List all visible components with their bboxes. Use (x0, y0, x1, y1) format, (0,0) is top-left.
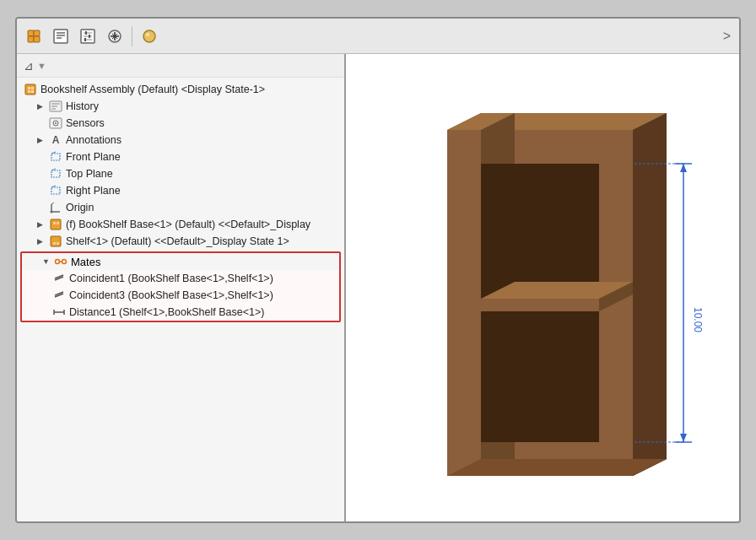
main-window: > ⊿ ▼ (15, 17, 741, 523)
right-plane-icon (49, 184, 62, 197)
svg-rect-75 (481, 299, 599, 311)
tree-item-right-plane[interactable]: Right Plane (17, 182, 344, 199)
annotations-label: Annotations (66, 134, 122, 146)
tree-root[interactable]: Bookshelf Assembly (Default) <Display St… (17, 81, 344, 98)
mates-item-coincident1[interactable]: Coincident1 (BookShelf Base<1>,Shelf<1>) (22, 270, 339, 287)
filter-icon: ⊿ (24, 59, 34, 73)
svg-point-20 (143, 30, 155, 42)
left-panel: ⊿ ▼ Bookshelf Assem (17, 54, 346, 521)
annotations-icon: A (49, 133, 62, 147)
filter-bar: ⊿ ▼ (17, 54, 344, 78)
svg-rect-50 (57, 242, 59, 245)
svg-rect-39 (51, 187, 60, 194)
coincident1-icon (52, 272, 66, 285)
sensors-icon (49, 116, 62, 130)
mates-icon (54, 255, 68, 268)
distance1-label: Distance1 (Shelf<1>,BookShelf Base<1>) (69, 306, 264, 318)
toolbar-separator (132, 26, 132, 46)
svg-rect-68 (447, 130, 481, 476)
root-icon (24, 83, 37, 96)
right-plane-label: Right Plane (66, 185, 121, 197)
svg-rect-2 (28, 36, 34, 42)
svg-rect-48 (51, 236, 61, 246)
explode-icon[interactable] (103, 24, 127, 48)
shelf-icon (49, 235, 62, 248)
svg-marker-84 (680, 434, 687, 442)
svg-marker-78 (633, 113, 667, 476)
svg-rect-49 (53, 242, 56, 245)
history-icon (49, 100, 62, 113)
tree-item-top-plane[interactable]: Top Plane (17, 165, 344, 182)
expand-arrow-bookshelf-base: ▶ (37, 220, 46, 229)
svg-rect-4 (54, 30, 68, 43)
canvas-area: 10.00 (346, 54, 739, 521)
svg-rect-23 (28, 87, 30, 89)
svg-text:10.00: 10.00 (692, 307, 704, 332)
tree-item-bookshelf-base[interactable]: ▶ (f) BookShelf Base<1> (Default) <<Defa… (17, 216, 344, 233)
svg-rect-47 (57, 222, 59, 224)
tree-item-annotations[interactable]: ▶ A Annotations (17, 132, 344, 148)
toolbar-more[interactable]: > (720, 25, 734, 47)
top-plane-icon (49, 167, 62, 181)
bookshelf-base-label: (f) BookShelf Base<1> (Default) <<Defaul… (66, 219, 310, 230)
tree-item-sensors[interactable]: Sensors (17, 115, 344, 132)
origin-label: Origin (66, 202, 94, 213)
svg-rect-26 (31, 90, 34, 93)
filter-dropdown[interactable]: ▼ (37, 61, 46, 71)
coincident3-icon (52, 289, 66, 302)
properties-icon[interactable] (49, 24, 73, 48)
tree-item-front-plane[interactable]: Front Plane (17, 148, 344, 165)
mates-header[interactable]: ▼ Mates (22, 253, 339, 270)
tree-item-origin[interactable]: Origin (17, 199, 344, 216)
history-label: History (66, 100, 99, 112)
svg-point-33 (55, 122, 57, 124)
sensors-label: Sensors (66, 117, 105, 129)
toolbar: > (17, 19, 739, 54)
svg-rect-25 (28, 90, 30, 93)
bookshelf-3d: 10.00 (397, 71, 717, 521)
svg-point-21 (146, 33, 149, 36)
mates-item-coincident3[interactable]: Coincident3 (BookShelf Base<1>,Shelf<1>) (22, 287, 339, 304)
expand-arrow-mates: ▼ (42, 257, 51, 266)
svg-point-44 (51, 211, 53, 213)
origin-icon (49, 201, 62, 214)
front-plane-label: Front Plane (66, 151, 121, 163)
content-area: ⊿ ▼ Bookshelf Assem (17, 54, 739, 521)
svg-rect-37 (51, 170, 60, 177)
mates-item-distance1[interactable]: Distance1 (Shelf<1>,BookShelf Base<1>) (22, 304, 339, 321)
svg-point-51 (56, 260, 60, 264)
tree-item-shelf[interactable]: ▶ Shelf<1> (Default) <<Default>_Display … (17, 233, 344, 250)
right-panel: 10.00 (346, 54, 739, 521)
svg-rect-1 (34, 30, 40, 36)
svg-rect-24 (31, 87, 34, 89)
root-label: Bookshelf Assembly (Default) <Display St… (40, 84, 265, 95)
svg-point-52 (62, 260, 67, 264)
tree-container[interactable]: Bookshelf Assembly (Default) <Display St… (17, 78, 344, 521)
expand-arrow-history: ▶ (37, 102, 46, 111)
mates-label: Mates (71, 256, 100, 268)
svg-rect-46 (53, 222, 56, 224)
svg-line-43 (51, 202, 54, 204)
svg-marker-79 (447, 459, 667, 476)
tree-item-history[interactable]: ▶ History (17, 98, 344, 115)
front-plane-icon (49, 150, 62, 164)
coincident1-label: Coincident1 (BookShelf Base<1>,Shelf<1>) (69, 273, 273, 284)
config-icon[interactable] (76, 24, 100, 48)
distance1-icon (52, 305, 66, 319)
svg-marker-83 (680, 164, 687, 172)
svg-rect-3 (34, 36, 40, 42)
display-icon[interactable] (138, 24, 161, 48)
bookshelf-base-icon (49, 218, 62, 231)
mates-section: ▼ Mates (20, 251, 341, 322)
shelf-label: Shelf<1> (Default) <<Default>_Display St… (66, 235, 289, 247)
coincident3-label: Coincident3 (BookShelf Base<1>,Shelf<1>) (69, 289, 273, 301)
svg-rect-34 (51, 154, 60, 160)
svg-rect-0 (28, 30, 34, 36)
expand-arrow-annotations: ▶ (37, 136, 46, 144)
top-plane-label: Top Plane (66, 168, 113, 180)
expand-arrow-shelf: ▶ (37, 237, 46, 246)
assembly-icon[interactable] (22, 24, 46, 48)
